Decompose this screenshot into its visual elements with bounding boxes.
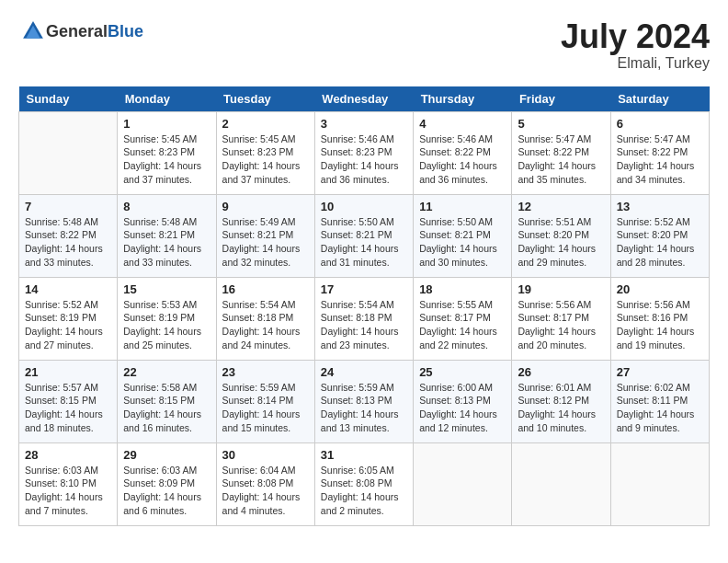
calendar-cell: 2Sunrise: 5:45 AM Sunset: 8:23 PM Daylig… <box>216 111 314 194</box>
page-header: GeneralBlue July 2024 Elmali, Turkey <box>18 18 710 72</box>
day-of-week-header: Wednesday <box>314 86 413 112</box>
day-info: Sunrise: 5:56 AM Sunset: 8:16 PM Dayligh… <box>617 298 703 352</box>
calendar-cell: 1Sunrise: 5:45 AM Sunset: 8:23 PM Daylig… <box>118 111 216 194</box>
calendar-cell: 6Sunrise: 5:47 AM Sunset: 8:22 PM Daylig… <box>610 111 709 194</box>
day-info: Sunrise: 5:59 AM Sunset: 8:14 PM Dayligh… <box>222 381 309 435</box>
calendar-cell: 22Sunrise: 5:58 AM Sunset: 8:15 PM Dayli… <box>118 360 216 442</box>
calendar-week-row: 28Sunrise: 6:03 AM Sunset: 8:10 PM Dayli… <box>19 442 710 525</box>
title-block: July 2024 Elmali, Turkey <box>561 18 710 72</box>
day-number: 1 <box>123 117 210 131</box>
calendar-cell: 27Sunrise: 6:02 AM Sunset: 8:11 PM Dayli… <box>610 360 709 442</box>
calendar-cell: 5Sunrise: 5:47 AM Sunset: 8:22 PM Daylig… <box>512 111 610 194</box>
calendar-cell: 11Sunrise: 5:50 AM Sunset: 8:21 PM Dayli… <box>414 194 512 277</box>
day-info: Sunrise: 5:59 AM Sunset: 8:13 PM Dayligh… <box>321 381 407 435</box>
day-number: 22 <box>123 365 210 379</box>
day-info: Sunrise: 5:55 AM Sunset: 8:17 PM Dayligh… <box>419 298 506 352</box>
calendar-cell: 24Sunrise: 5:59 AM Sunset: 8:13 PM Dayli… <box>314 360 413 442</box>
day-number: 18 <box>419 282 506 296</box>
calendar-cell <box>610 442 709 525</box>
calendar-cell: 19Sunrise: 5:56 AM Sunset: 8:17 PM Dayli… <box>512 277 610 360</box>
day-info: Sunrise: 5:51 AM Sunset: 8:20 PM Dayligh… <box>518 215 604 270</box>
day-of-week-header: Sunday <box>19 86 118 112</box>
day-info: Sunrise: 5:50 AM Sunset: 8:21 PM Dayligh… <box>321 215 407 270</box>
day-info: Sunrise: 6:02 AM Sunset: 8:11 PM Dayligh… <box>617 381 703 435</box>
day-info: Sunrise: 5:57 AM Sunset: 8:15 PM Dayligh… <box>25 381 111 435</box>
calendar-cell <box>414 442 512 525</box>
logo: GeneralBlue <box>18 18 143 44</box>
calendar-cell: 16Sunrise: 5:54 AM Sunset: 8:18 PM Dayli… <box>216 277 314 360</box>
calendar-cell <box>19 111 118 194</box>
calendar-cell: 21Sunrise: 5:57 AM Sunset: 8:15 PM Dayli… <box>19 360 118 442</box>
day-number: 11 <box>419 200 506 213</box>
day-number: 5 <box>518 117 604 131</box>
day-number: 30 <box>222 448 309 462</box>
day-number: 31 <box>321 448 407 462</box>
day-number: 3 <box>321 117 407 131</box>
day-number: 25 <box>419 365 506 379</box>
day-number: 14 <box>25 282 111 296</box>
day-info: Sunrise: 5:49 AM Sunset: 8:21 PM Dayligh… <box>222 215 309 270</box>
day-number: 16 <box>222 282 309 296</box>
calendar-cell: 9Sunrise: 5:49 AM Sunset: 8:21 PM Daylig… <box>216 194 314 277</box>
calendar-week-row: 1Sunrise: 5:45 AM Sunset: 8:23 PM Daylig… <box>19 111 710 194</box>
day-number: 28 <box>25 448 111 462</box>
day-number: 29 <box>123 448 210 462</box>
day-info: Sunrise: 6:05 AM Sunset: 8:08 PM Dayligh… <box>321 464 407 518</box>
calendar-cell: 26Sunrise: 6:01 AM Sunset: 8:12 PM Dayli… <box>512 360 610 442</box>
day-info: Sunrise: 5:58 AM Sunset: 8:15 PM Dayligh… <box>123 381 210 435</box>
calendar-cell: 30Sunrise: 6:04 AM Sunset: 8:08 PM Dayli… <box>216 442 314 525</box>
day-number: 10 <box>321 200 407 213</box>
day-number: 8 <box>123 200 210 213</box>
day-of-week-header: Tuesday <box>216 86 314 112</box>
calendar-cell: 14Sunrise: 5:52 AM Sunset: 8:19 PM Dayli… <box>19 277 118 360</box>
location-subtitle: Elmali, Turkey <box>561 55 710 72</box>
day-number: 20 <box>617 282 703 296</box>
day-number: 13 <box>617 200 703 213</box>
calendar-cell: 7Sunrise: 5:48 AM Sunset: 8:22 PM Daylig… <box>19 194 118 277</box>
day-info: Sunrise: 5:52 AM Sunset: 8:20 PM Dayligh… <box>617 215 703 270</box>
day-number: 21 <box>25 365 111 379</box>
calendar-cell: 20Sunrise: 5:56 AM Sunset: 8:16 PM Dayli… <box>610 277 709 360</box>
day-info: Sunrise: 5:47 AM Sunset: 8:22 PM Dayligh… <box>617 132 703 187</box>
calendar-cell: 17Sunrise: 5:54 AM Sunset: 8:18 PM Dayli… <box>314 277 413 360</box>
day-of-week-header: Saturday <box>610 86 709 112</box>
day-info: Sunrise: 6:04 AM Sunset: 8:08 PM Dayligh… <box>222 464 309 518</box>
day-of-week-header: Friday <box>512 86 610 112</box>
day-info: Sunrise: 5:53 AM Sunset: 8:19 PM Dayligh… <box>123 298 210 352</box>
calendar-week-row: 21Sunrise: 5:57 AM Sunset: 8:15 PM Dayli… <box>19 360 710 442</box>
day-info: Sunrise: 5:45 AM Sunset: 8:23 PM Dayligh… <box>222 132 309 187</box>
day-number: 19 <box>518 282 604 296</box>
calendar-cell: 3Sunrise: 5:46 AM Sunset: 8:23 PM Daylig… <box>314 111 413 194</box>
day-info: Sunrise: 6:01 AM Sunset: 8:12 PM Dayligh… <box>518 381 604 435</box>
month-year-title: July 2024 <box>561 18 710 55</box>
logo-text-general: General <box>46 22 108 40</box>
calendar-week-row: 7Sunrise: 5:48 AM Sunset: 8:22 PM Daylig… <box>19 194 710 277</box>
day-info: Sunrise: 5:47 AM Sunset: 8:22 PM Dayligh… <box>518 132 604 187</box>
day-number: 27 <box>617 365 703 379</box>
day-number: 23 <box>222 365 309 379</box>
calendar-cell: 15Sunrise: 5:53 AM Sunset: 8:19 PM Dayli… <box>118 277 216 360</box>
day-number: 15 <box>123 282 210 296</box>
calendar-cell: 18Sunrise: 5:55 AM Sunset: 8:17 PM Dayli… <box>414 277 512 360</box>
day-info: Sunrise: 5:52 AM Sunset: 8:19 PM Dayligh… <box>25 298 111 352</box>
calendar-cell <box>512 442 610 525</box>
calendar-header-row: SundayMondayTuesdayWednesdayThursdayFrid… <box>19 86 710 112</box>
calendar-cell: 12Sunrise: 5:51 AM Sunset: 8:20 PM Dayli… <box>512 194 610 277</box>
day-info: Sunrise: 5:56 AM Sunset: 8:17 PM Dayligh… <box>518 298 604 352</box>
calendar-cell: 8Sunrise: 5:48 AM Sunset: 8:21 PM Daylig… <box>118 194 216 277</box>
calendar-cell: 4Sunrise: 5:46 AM Sunset: 8:22 PM Daylig… <box>414 111 512 194</box>
day-number: 24 <box>321 365 407 379</box>
day-info: Sunrise: 5:46 AM Sunset: 8:22 PM Dayligh… <box>419 132 506 187</box>
calendar-cell: 29Sunrise: 6:03 AM Sunset: 8:09 PM Dayli… <box>118 442 216 525</box>
day-info: Sunrise: 5:50 AM Sunset: 8:21 PM Dayligh… <box>419 215 506 270</box>
day-number: 6 <box>617 117 703 131</box>
logo-text-blue: Blue <box>108 22 143 40</box>
calendar-cell: 25Sunrise: 6:00 AM Sunset: 8:13 PM Dayli… <box>414 360 512 442</box>
day-info: Sunrise: 5:45 AM Sunset: 8:23 PM Dayligh… <box>123 132 210 187</box>
day-number: 4 <box>419 117 506 131</box>
logo-icon <box>20 18 46 44</box>
calendar-week-row: 14Sunrise: 5:52 AM Sunset: 8:19 PM Dayli… <box>19 277 710 360</box>
day-number: 26 <box>518 365 604 379</box>
day-info: Sunrise: 5:48 AM Sunset: 8:22 PM Dayligh… <box>25 215 111 270</box>
day-of-week-header: Thursday <box>414 86 512 112</box>
